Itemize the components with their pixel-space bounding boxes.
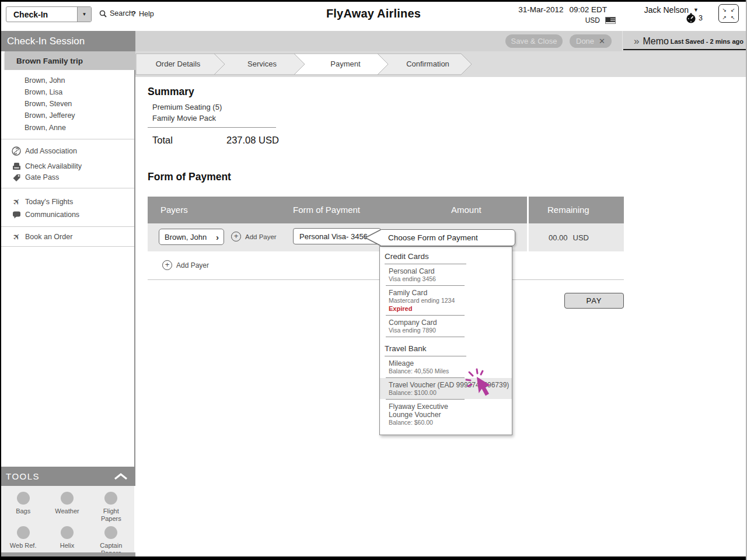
total-value: 237.08 USD (226, 135, 279, 146)
tool-icon (61, 526, 74, 539)
time-label: 09:02 EDT (569, 5, 607, 14)
collapse-arrow-icon: ↗ (722, 15, 727, 20)
tool-icon (17, 492, 30, 505)
fop-option-personal-card[interactable]: Personal Card Visa ending 3456 (380, 264, 512, 285)
fop-dropdown-header[interactable]: Choose Form of Payment (378, 229, 515, 246)
total-label: Total (152, 135, 173, 146)
passenger-item[interactable]: Brown, Lisa (25, 88, 62, 96)
passenger-item[interactable]: Brown, Steven (25, 100, 72, 108)
done-button[interactable]: Done ✕ (570, 34, 612, 48)
sidebar-item-communications[interactable]: Communications (0, 208, 134, 221)
payment-table-header: Payers Form of Payment Amount Remaining (148, 197, 624, 223)
sidebar-item-book-an-order[interactable]: ✈ Book an Order (0, 230, 134, 243)
collapse-arrow-icon: ↙ (731, 7, 735, 13)
app-title: FlyAway Airlines (0, 7, 747, 20)
tab-services[interactable]: Services (247, 60, 277, 68)
tab-payment[interactable]: Payment (330, 60, 360, 68)
tool-icon (104, 492, 117, 505)
chevron-right-icon: › (216, 232, 219, 242)
passenger-item[interactable]: Brown, Anne (25, 124, 66, 132)
summary-item: Premium Seating (5) (152, 103, 222, 111)
column-remaining: Remaining (547, 205, 589, 215)
sidebar-item-todays-flights[interactable]: ✈ Today's Flights (0, 195, 134, 208)
payer-select-button[interactable]: Brown, John › (159, 229, 224, 245)
user-caret-icon: ▼ (693, 7, 699, 13)
link-icon (12, 146, 21, 156)
datetime: 31-Mar-2012 09:02 EDT (518, 5, 607, 14)
tool-item-weather[interactable]: Weather (45, 488, 89, 523)
passenger-item[interactable]: Brown, Jefferey (25, 111, 75, 120)
currency-label: USD (585, 16, 600, 24)
sidebar-divider (0, 139, 134, 139)
dropdown-group-travel-bank: Travel Bank (385, 344, 466, 356)
session-timer[interactable]: 3 (686, 13, 703, 23)
sidebar-session-tab[interactable]: Brown Family trip (0, 51, 135, 70)
sidebar-header: Check-In Session (0, 31, 135, 51)
tab-confirmation[interactable]: Confirmation (406, 60, 449, 68)
chat-bubble-icon (12, 211, 21, 219)
tool-icon (17, 526, 30, 539)
dropdown-group-credit-cards: Credit Cards (385, 252, 466, 264)
top-bar: Check-In ▼ Search ? Help FlyAway Airline… (0, 0, 747, 31)
toolbar-divider (622, 31, 623, 51)
summary-title: Summary (148, 86, 194, 98)
column-form-of-payment: Form of Payment (293, 205, 360, 215)
sidebar-divider (0, 188, 134, 188)
chevron-up-icon[interactable] (113, 473, 128, 481)
tool-item-bags[interactable]: Bags (1, 488, 45, 523)
summary-item: Family Movie Pack (152, 114, 216, 123)
passenger-item[interactable]: Brown, John (25, 76, 65, 85)
tab-order-details[interactable]: Order Details (156, 60, 201, 68)
last-saved-label: Last Saved - 2 mins ago (671, 38, 743, 45)
currency-region: USD (585, 16, 616, 24)
collapse-arrow-icon: ↘ (722, 7, 727, 13)
add-payer-button[interactable]: + Add Payer (231, 232, 277, 242)
session-name: Brown Family trip (16, 57, 83, 65)
timer-icon (686, 13, 696, 23)
sidebar-item-add-association[interactable]: Add Association (0, 145, 134, 158)
summary-rule (148, 127, 276, 128)
user-name: Jack Nelson (644, 5, 689, 15)
plus-circle-icon: + (231, 232, 241, 242)
pay-button[interactable]: PAY (564, 293, 624, 309)
save-close-button[interactable]: Save & Close (505, 34, 563, 48)
mouse-cursor-click-icon (465, 368, 495, 402)
double-chevron-icon: » (634, 36, 639, 47)
payment-section-title: Form of Payment (148, 171, 231, 183)
table-column-divider (527, 197, 529, 251)
plane-icon: ✈ (12, 232, 21, 242)
expired-badge: Expired (389, 304, 509, 313)
remaining-amount: 00.00 USD (549, 233, 589, 242)
fop-dropdown-panel: Credit Cards Personal Card Visa ending 3… (379, 246, 512, 435)
session-toolbar: Save & Close Done ✕ » Memo Last Saved - … (135, 31, 747, 51)
collapse-window-button[interactable]: ↘ ↙ ↗ ↖ (718, 4, 739, 23)
tool-item-flight-papers[interactable]: Flight Papers (89, 488, 133, 523)
date-label: 31-Mar-2012 (518, 5, 563, 14)
tools-header[interactable]: TOOLS (0, 467, 135, 486)
dropdown-notch (363, 228, 382, 247)
plus-circle-icon: + (162, 260, 172, 270)
sidebar: Brown, John Brown, Lisa Brown, Steven Br… (0, 70, 135, 467)
tool-icon (104, 526, 117, 539)
tag-icon (12, 173, 21, 182)
dropdown-separator (386, 337, 465, 337)
timer-count: 3 (699, 14, 703, 22)
tools-label: TOOLS (6, 471, 40, 481)
fop-option-company-card[interactable]: Company Card Visa ending 7890 (380, 316, 512, 337)
tool-icon (61, 492, 74, 505)
fop-option-family-card[interactable]: Family Card Mastercard ending 1234 Expir… (380, 286, 512, 315)
done-close-icon[interactable]: ✕ (599, 37, 605, 46)
sidebar-item-gate-pass[interactable]: Gate Pass (0, 171, 134, 184)
column-payers: Payers (160, 205, 188, 215)
plane-icon: ✈ (12, 197, 21, 207)
app-window: Check-In ▼ Search ? Help FlyAway Airline… (0, 0, 747, 560)
add-payer-row-button[interactable]: + Add Payer (162, 260, 209, 270)
memo-label: Memo (643, 36, 668, 47)
sidebar-divider (0, 246, 134, 247)
memo-section[interactable]: » Memo Last Saved - 2 mins ago (623, 33, 747, 50)
fop-option-lounge-voucher[interactable]: Flyaway Executive Lounge Voucher Balance… (380, 400, 512, 429)
wizard-steps: Order Details Services Payment Confirmat… (135, 51, 747, 77)
tools-panel: Bags Weather Flight Papers Web Ref. Heli… (0, 486, 134, 552)
seat-icon (12, 162, 21, 171)
column-amount: Amount (451, 205, 481, 215)
